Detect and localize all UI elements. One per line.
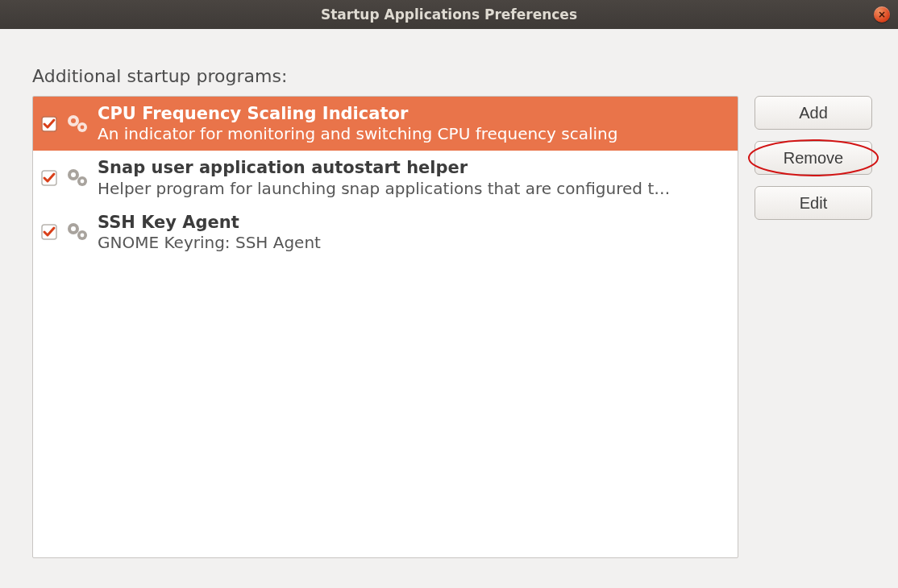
svg-point-2 bbox=[71, 118, 76, 123]
svg-point-9 bbox=[81, 179, 85, 183]
remove-button[interactable]: Remove bbox=[755, 141, 872, 175]
item-name: SSH Key Agent bbox=[98, 212, 730, 233]
close-button[interactable]: × bbox=[874, 6, 890, 23]
item-description: Helper program for launching snap applic… bbox=[98, 179, 730, 199]
gears-icon bbox=[64, 110, 91, 138]
section-label: Additional startup programs: bbox=[32, 66, 872, 86]
edit-button[interactable]: Edit bbox=[755, 186, 872, 220]
item-description: GNOME Keyring: SSH Agent bbox=[98, 233, 730, 253]
svg-point-14 bbox=[81, 234, 85, 238]
enable-checkbox[interactable] bbox=[41, 224, 57, 240]
window-title: Startup Applications Preferences bbox=[321, 6, 577, 23]
list-item[interactable]: SSH Key Agent GNOME Keyring: SSH Agent bbox=[33, 205, 738, 259]
svg-point-12 bbox=[71, 226, 76, 231]
item-name: Snap user application autostart helper bbox=[98, 157, 730, 178]
gears-icon bbox=[64, 218, 91, 246]
svg-point-4 bbox=[81, 125, 85, 129]
item-name: CPU Frequency Scaling Indicator bbox=[98, 103, 730, 124]
item-description: An indicator for monitoring and switchin… bbox=[98, 124, 730, 144]
title-bar: Startup Applications Preferences × bbox=[0, 0, 898, 29]
close-icon: × bbox=[878, 9, 886, 20]
enable-checkbox[interactable] bbox=[41, 170, 57, 186]
gears-icon bbox=[64, 164, 91, 192]
startup-programs-list[interactable]: CPU Frequency Scaling Indicator An indic… bbox=[32, 96, 738, 558]
list-item[interactable]: CPU Frequency Scaling Indicator An indic… bbox=[33, 97, 738, 151]
add-button[interactable]: Add bbox=[755, 96, 872, 130]
list-item[interactable]: Snap user application autostart helper H… bbox=[33, 151, 738, 205]
side-buttons: Add Remove Edit bbox=[755, 96, 872, 558]
svg-point-7 bbox=[71, 172, 76, 177]
window-content: Additional startup programs: bbox=[0, 29, 898, 588]
enable-checkbox[interactable] bbox=[41, 116, 57, 132]
